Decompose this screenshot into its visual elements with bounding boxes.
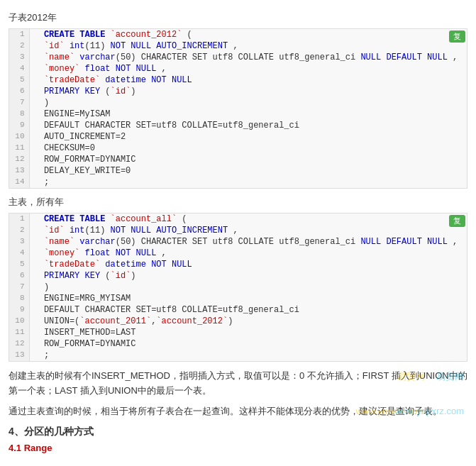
section41-heading: 4.1 Range (9, 443, 467, 453)
table-row: 1 CREATE TABLE `account_all` ( (9, 213, 467, 225)
table-row: 10 AUTO_INCREMENT=2 (9, 131, 467, 143)
code-block-1: 复 1 CREATE TABLE `account_2012` ( 2 `id`… (9, 28, 467, 189)
code-block-2: 复 1 CREATE TABLE `account_all` ( 2 `id` … (9, 213, 467, 362)
table-row: 14 ; (9, 177, 467, 188)
table-row: 9 DEFAULT CHARACTER SET=utf8 COLLATE=utf… (9, 304, 467, 316)
table-row: 5 `tradeDate` datetime NOT NULL (9, 259, 467, 270)
code-table-1: 1 CREATE TABLE `account_2012` ( 2 `id` i… (9, 29, 467, 188)
table-row: 7 ) (9, 282, 467, 293)
section4-heading: 4、分区的几种方式 (9, 426, 467, 438)
table-row: 1 CREATE TABLE `account_2012` ( (9, 29, 467, 40)
table-row: 13 DELAY_KEY_WRITE=0 (9, 165, 467, 177)
table-row: 3 `name` varchar(50) CHARACTER SET utf8 … (9, 236, 467, 248)
table-row: 8 ENGINE=MRG_MYISAM (9, 293, 467, 304)
table-row: 6 PRIMARY KEY (`id`) (9, 86, 467, 97)
table-row: 7 ) (9, 97, 467, 109)
paragraph-wrapper-2: 通过主表查询的时候，相当于将所有子表合在一起查询。这样并不能体现分表的优势，建议… (9, 404, 467, 419)
copy-button-1[interactable]: 复 (449, 30, 465, 43)
table-row: 11 CHECKSUM=0 (9, 143, 467, 154)
table-row: 9 DEFAULT CHARACTER SET=utf8 COLLATE=utf… (9, 120, 467, 131)
table-row: 4 `money` float NOT NULL , (9, 63, 467, 74)
section1-title: 子表2012年 (9, 11, 467, 24)
paragraph-1: 创建主表的时候有个INSERT_METHOD，指明插入方式，取值可以是：0 不允… (9, 369, 467, 399)
table-row: 8 ENGINE=MyISAM (9, 109, 467, 120)
table-row: 2 `id` int(11) NOT NULL AUTO_INCREMENT , (9, 40, 467, 52)
table-row: 13 ; (9, 350, 467, 361)
table-row: 12 ROW_FORMAT=DYNAMIC (9, 154, 467, 165)
paragraph-2: 通过主表查询的时候，相当于将所有子表合在一起查询。这样并不能体现分表的优势，建议… (9, 404, 467, 419)
code-table-2: 1 CREATE TABLE `account_all` ( 2 `id` in… (9, 213, 467, 361)
table-row: 6 PRIMARY KEY (`id`) (9, 270, 467, 282)
section2-title: 主表，所有年 (9, 196, 467, 209)
table-row: 5 `tradeDate` datetime NOT NULL (9, 74, 467, 86)
table-row: 2 `id` int(11) NOT NULL AUTO_INCREMENT , (9, 225, 467, 236)
table-row: 12 ROW_FORMAT=DYNAMIC (9, 338, 467, 350)
table-row: 3 `name` varchar(50) CHARACTER SET utf8 … (9, 52, 467, 63)
table-row: 10 UNION=(`account_2011`,`account_2012`) (9, 316, 467, 327)
paragraph-wrapper-1: 创建主表的时候有个INSERT_METHOD，指明插入方式，取值可以是：0 不允… (9, 369, 467, 399)
table-row: 11 INSERT_METHOD=LAST (9, 327, 467, 338)
table-row: 4 `money` float NOT NULL , (9, 248, 467, 259)
page-container: 子表2012年 复 1 CREATE TABLE `account_2012` … (0, 0, 476, 462)
copy-button-2[interactable]: 复 (449, 215, 465, 227)
